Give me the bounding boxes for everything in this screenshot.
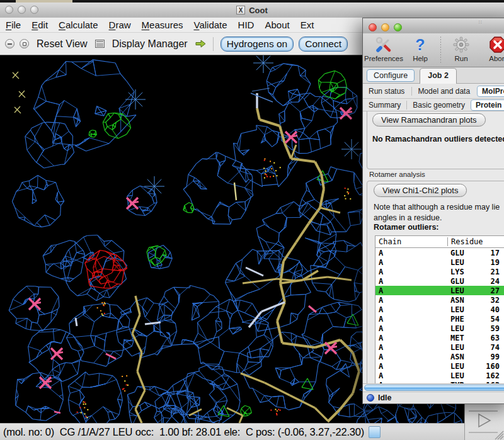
column-header-residue[interactable]: Residue bbox=[447, 237, 504, 246]
preferences-button[interactable]: Preferences bbox=[365, 35, 402, 62]
menu-item-calculate[interactable]: Calculate bbox=[59, 20, 98, 30]
cell-residue-name: LYS bbox=[450, 268, 479, 276]
tab-run-status[interactable]: Run status bbox=[369, 87, 404, 96]
tab-model-and-data[interactable]: Model and data bbox=[411, 87, 470, 96]
rotamer-analysis-label: Rotamer analysis bbox=[369, 171, 425, 178]
table-row[interactable]: APHE54 bbox=[375, 314, 504, 324]
play-icon bbox=[479, 414, 490, 427]
table-row[interactable]: ALEU19 bbox=[375, 257, 504, 267]
cell-chain: A bbox=[375, 268, 447, 276]
cell-residue-name: PHE bbox=[450, 315, 479, 324]
dialog-horizontal-scrollbar[interactable] bbox=[363, 383, 504, 392]
cell-chain: A bbox=[375, 324, 447, 333]
screen: { "main_window": { "title": "Coot", "men… bbox=[0, 0, 504, 440]
ramachandran-message: No Ramachandran outliers detected bbox=[372, 135, 504, 144]
dialog-toolbar: Preferences?HelpRunAbortA bbox=[363, 33, 504, 67]
menu-item-validate[interactable]: Validate bbox=[193, 20, 227, 30]
go-arrow-icon[interactable] bbox=[195, 40, 206, 48]
dialog-zoom-button[interactable] bbox=[394, 23, 402, 31]
help-button[interactable]: ?Help bbox=[402, 35, 438, 62]
redo-view-icon[interactable] bbox=[20, 39, 29, 48]
hydrogens-toggle-button[interactable]: Hydrogens on bbox=[220, 37, 294, 52]
cell-chain: A bbox=[375, 353, 447, 361]
menu-item-file[interactable]: File bbox=[6, 20, 21, 30]
toolbar-separator bbox=[213, 37, 214, 51]
cell-chain: A bbox=[375, 277, 447, 286]
dialog-status-bar: Idle bbox=[363, 392, 504, 403]
main-window-titlebar: X Coot bbox=[0, 3, 504, 18]
toolbar-item-label: Preferences bbox=[364, 55, 403, 62]
main-status-bar: (mol. no: 0) CG /1/A/27 LEU occ: 1.00 bf… bbox=[0, 423, 464, 440]
cell-residue-number: 27 bbox=[479, 286, 500, 295]
menu-item-draw[interactable]: Draw bbox=[109, 20, 131, 30]
toolbar-item-label: Help bbox=[413, 55, 428, 62]
cell-residue-number: 160 bbox=[479, 362, 500, 371]
cell-residue-name: LEU bbox=[450, 305, 479, 314]
menu-item-measures[interactable]: Measures bbox=[142, 20, 183, 30]
cell-chain: A bbox=[375, 305, 447, 314]
table-row[interactable]: ALEU40 bbox=[375, 305, 504, 314]
rotamer-note-line1: Note that although a residue may lie bbox=[374, 203, 500, 212]
table-row[interactable]: ALEU74 bbox=[375, 342, 504, 352]
status-color-swatch[interactable] bbox=[369, 426, 381, 438]
dialog-close-button[interactable] bbox=[369, 23, 377, 31]
table-row[interactable]: ALEU27 bbox=[375, 286, 504, 295]
status-indicator-dot bbox=[367, 394, 374, 402]
run-button[interactable]: Run bbox=[443, 35, 479, 62]
table-row[interactable]: AGLU24 bbox=[375, 276, 504, 286]
cell-chain: A bbox=[375, 362, 447, 371]
window-title-area: X Coot bbox=[0, 3, 504, 18]
rotamer-outliers-table[interactable]: Chain Residue AGLU17ALEU19ALYS21AGLU24AL… bbox=[375, 235, 504, 383]
display-manager-icon bbox=[95, 40, 105, 48]
table-header[interactable]: Chain Residue bbox=[375, 236, 504, 248]
view-ramachandran-plots-button[interactable]: View Ramachandran plots bbox=[372, 113, 486, 127]
ramachandran-frame: View Ramachandran plots No Ramachandran … bbox=[367, 111, 504, 169]
rotamer-note-line2: angles in a residue. bbox=[374, 213, 442, 222]
table-row[interactable]: AASN99 bbox=[375, 352, 504, 361]
menu-item-hid[interactable]: HID bbox=[238, 20, 255, 30]
tab-protein[interactable]: Protein bbox=[471, 99, 504, 111]
column-header-chain[interactable]: Chain bbox=[375, 237, 447, 246]
abort-button[interactable]: Abort bbox=[479, 35, 504, 62]
window-title: Coot bbox=[249, 6, 268, 15]
menu-item-edit[interactable]: Edit bbox=[32, 20, 48, 30]
dialog-titlebar[interactable]: ∷ bbox=[363, 18, 504, 34]
cell-residue-name: LEU bbox=[450, 324, 479, 333]
table-row[interactable]: ALYS21 bbox=[375, 267, 504, 276]
connect-toggle-button[interactable]: Connect bbox=[299, 37, 348, 52]
table-row[interactable]: ALEU160 bbox=[375, 361, 504, 371]
toolbar-item-label: Run bbox=[454, 55, 467, 62]
cell-chain: A bbox=[375, 334, 447, 342]
cell-residue-number: 21 bbox=[479, 268, 500, 276]
table-row[interactable]: AASN32 bbox=[375, 295, 504, 305]
dialog-status-text: Idle bbox=[378, 393, 392, 402]
view-chi1-chi2-plots-button[interactable]: View Chi1-Chi2 plots bbox=[374, 184, 467, 197]
dialog-minimize-button[interactable] bbox=[381, 23, 389, 31]
table-row[interactable]: ALEU59 bbox=[375, 324, 504, 333]
cell-residue-name: LEU bbox=[450, 371, 479, 380]
cell-residue-number: 99 bbox=[479, 353, 500, 361]
tab-molprobity[interactable]: MolProbity bbox=[477, 86, 504, 97]
molprobity-dialog: ∷ Preferences?HelpRunAbortA ConfigureJob… bbox=[362, 18, 504, 404]
tab-job-2[interactable]: Job 2 bbox=[420, 68, 457, 84]
table-row[interactable]: ALEU162 bbox=[375, 371, 504, 380]
table-body: AGLU17ALEU19ALYS21AGLU24ALEU27AASN32ALEU… bbox=[375, 248, 504, 383]
run-gear-icon bbox=[452, 35, 470, 54]
table-row[interactable]: AMET63 bbox=[375, 333, 504, 342]
dialog-tab-row-subsections: SummaryBasic geometryProteinC bbox=[363, 99, 504, 111]
scrollbar-thumb[interactable] bbox=[364, 385, 504, 391]
tab-configure[interactable]: Configure bbox=[367, 69, 415, 82]
table-row[interactable]: AGLU17 bbox=[375, 248, 504, 257]
dialog-content: View Ramachandran plots No Ramachandran … bbox=[363, 111, 504, 383]
undo-view-icon[interactable] bbox=[5, 39, 14, 48]
dialog-tab-row-pages: ConfigureJob 2 bbox=[363, 67, 504, 84]
tab-summary[interactable]: Summary bbox=[369, 101, 401, 110]
menu-item-ext[interactable]: Ext bbox=[301, 20, 314, 30]
cell-residue-name: MET bbox=[450, 334, 479, 342]
display-manager-button[interactable]: Display Manager bbox=[112, 38, 188, 50]
menu-item-about[interactable]: About bbox=[265, 20, 289, 30]
cell-residue-number: 59 bbox=[479, 324, 500, 333]
tab-basic-geometry[interactable]: Basic geometry bbox=[406, 101, 465, 110]
cell-residue-number: 32 bbox=[479, 296, 500, 305]
reset-view-button[interactable]: Reset View bbox=[37, 38, 88, 50]
